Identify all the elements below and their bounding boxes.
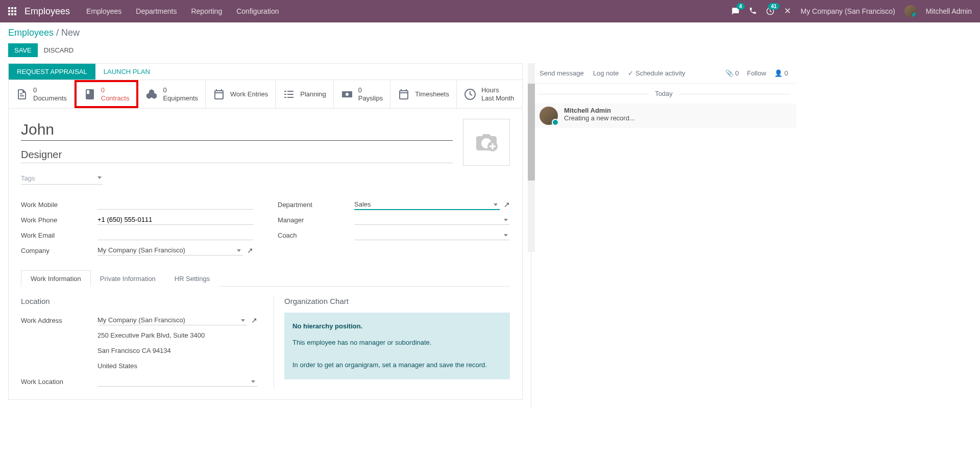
stat-timesheets[interactable]: Timesheets: [390, 80, 457, 108]
tab-hr-settings[interactable]: HR Settings: [165, 270, 219, 287]
log-note-button[interactable]: Log note: [593, 69, 619, 77]
coach-select[interactable]: [354, 230, 510, 240]
manager-select[interactable]: [354, 215, 510, 225]
user-menu[interactable]: Mitchell Admin: [926, 7, 972, 15]
request-appraisal-button[interactable]: REQUEST APPRAISAL: [9, 64, 95, 80]
book-icon: [84, 88, 96, 100]
work-address-label: Work Address: [21, 317, 97, 324]
coach-label: Coach: [278, 232, 354, 239]
status-bar: REQUEST APPRAISAL LAUNCH PLAN: [8, 63, 523, 80]
nav-departments[interactable]: Departments: [136, 7, 177, 15]
schedule-activity-button[interactable]: ✓ Schedule activity: [628, 69, 685, 77]
org-chart-title: Organization Chart: [284, 297, 510, 305]
work-location-label: Work Location: [21, 378, 97, 386]
stat-contracts[interactable]: 0Contracts: [75, 80, 139, 108]
stat-planning[interactable]: Planning: [276, 80, 334, 108]
chatter-message: Mitchell Admin Creating a new record...: [531, 104, 796, 128]
breadcrumb-current: New: [61, 28, 80, 38]
message-avatar: [540, 107, 558, 125]
job-title-input[interactable]: [21, 147, 453, 163]
debug-button[interactable]: [783, 7, 792, 16]
work-address-select[interactable]: My Company (San Francisco): [97, 315, 247, 325]
activities-button[interactable]: 41: [766, 7, 774, 15]
work-mobile-input[interactable]: [97, 199, 253, 210]
address-line: San Francisco CA 94134: [97, 345, 257, 357]
stat-work-entries[interactable]: Work Entries: [206, 80, 276, 108]
phone-button[interactable]: [749, 7, 757, 16]
external-link-icon[interactable]: ↗: [504, 200, 510, 209]
follow-button[interactable]: Follow: [747, 69, 767, 77]
messages-button[interactable]: 4: [731, 7, 740, 15]
save-button[interactable]: SAVE: [8, 43, 38, 57]
calendar-icon: [398, 88, 410, 100]
work-location-select[interactable]: [97, 376, 257, 387]
stat-buttons-row: 0Documents 0Contracts 0Equipments Work E…: [8, 80, 523, 108]
camera-plus-icon: [474, 132, 499, 152]
attachments-count[interactable]: 📎 0: [725, 69, 739, 77]
location-section-title: Location: [21, 297, 257, 305]
tab-work-information[interactable]: Work Information: [21, 270, 91, 287]
address-line: United States: [97, 360, 257, 373]
chatter-panel: Send message Log note ✓ Schedule activit…: [531, 63, 796, 408]
apps-icon[interactable]: [8, 7, 16, 15]
messages-badge: 4: [737, 3, 745, 10]
work-email-label: Work Email: [21, 232, 97, 239]
company-select[interactable]: My Company (San Francisco): [97, 245, 243, 255]
breadcrumb-root[interactable]: Employees: [8, 28, 54, 38]
nav-reporting[interactable]: Reporting: [191, 7, 222, 15]
top-nav: Employees Employees Departments Reportin…: [0, 0, 980, 22]
stat-payslips[interactable]: 0Payslips: [334, 80, 390, 108]
address-line: 250 Executive Park Blvd, Suite 3400: [97, 329, 257, 342]
work-email-input[interactable]: [97, 230, 253, 240]
cubes-icon: [145, 88, 158, 100]
external-link-icon[interactable]: ↗: [251, 316, 257, 324]
stat-equipments[interactable]: 0Equipments: [138, 80, 206, 108]
x-icon: [783, 7, 792, 15]
day-separator: Today: [531, 84, 796, 104]
company-label: Company: [21, 247, 97, 254]
employee-name-input[interactable]: [21, 119, 453, 141]
followers-count[interactable]: 👤 0: [774, 69, 788, 77]
activities-badge: 41: [768, 3, 779, 10]
nav-employees[interactable]: Employees: [86, 7, 121, 15]
work-phone-input[interactable]: [97, 215, 253, 225]
department-label: Department: [278, 201, 354, 209]
send-message-button[interactable]: Send message: [540, 69, 584, 77]
employee-image-upload[interactable]: [463, 119, 510, 166]
company-switcher[interactable]: My Company (San Francisco): [801, 7, 895, 15]
hourglass-icon: [464, 88, 476, 100]
discard-button[interactable]: DISCARD: [44, 46, 74, 54]
stat-documents[interactable]: 0Documents: [9, 80, 75, 108]
breadcrumb: Employees / New: [8, 28, 972, 38]
external-link-icon[interactable]: ↗: [247, 246, 253, 254]
stat-hours-last-month[interactable]: HoursLast Month: [457, 80, 521, 108]
tab-private-information[interactable]: Private Information: [90, 270, 165, 287]
org-chart-empty-box: No hierarchy position. This employee has…: [284, 313, 510, 379]
tasks-icon: [283, 88, 295, 100]
manager-label: Manager: [278, 216, 354, 224]
document-icon: [16, 88, 28, 100]
calendar-icon: [213, 88, 225, 100]
message-text: Creating a new record...: [564, 114, 635, 122]
app-brand[interactable]: Employees: [24, 6, 70, 17]
department-select[interactable]: Sales: [354, 199, 500, 210]
tags-input[interactable]: Tags: [21, 172, 103, 185]
money-icon: [341, 88, 353, 100]
nav-links: Employees Departments Reporting Configur…: [86, 7, 279, 15]
phone-icon: [749, 7, 757, 15]
nav-configuration[interactable]: Configuration: [236, 7, 279, 15]
launch-plan-button[interactable]: LAUNCH PLAN: [95, 64, 158, 80]
work-mobile-label: Work Mobile: [21, 201, 97, 209]
message-author: Mitchell Admin: [564, 107, 635, 114]
work-phone-label: Work Phone: [21, 216, 97, 224]
user-avatar[interactable]: [904, 5, 917, 17]
